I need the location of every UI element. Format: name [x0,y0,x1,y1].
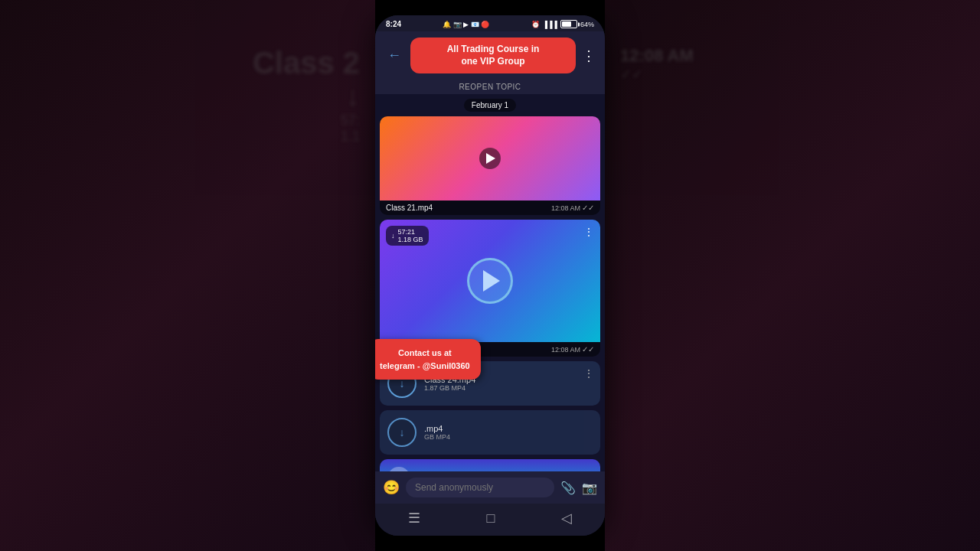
play-button-small[interactable] [479,148,501,169]
more-options-button[interactable]: ⋮ [582,47,596,64]
status-time: 8:24 [386,20,401,28]
video-thumbnail-1 [380,116,600,201]
date-label: February 1 [472,101,508,109]
bg-left-class-label: Class 2 [253,46,360,80]
file-meta-2: GB MP4 [424,433,593,441]
background-left: Class 2 ↓ 57: 1.1 [0,0,375,551]
read-check-2: ✓✓ [582,345,594,354]
video-time-1: 12:08 AM ✓✓ [551,204,594,212]
background-right: 12:08 AM ✓✓ [605,0,980,551]
more-options-video2[interactable]: ⋮ [583,226,594,238]
video-thumbnail-2: ↓ 57:21 1.18 GB ⋮ [380,220,600,342]
battery-percent: 64% [580,21,594,28]
status-bar: 8:24 🔔 📷 ▶ 📧 🔴 ⏰ ▐▐▐ 64% [375,15,605,31]
bg-right-check: ✓✓ [620,66,643,83]
alarm-icon: ⏰ [531,21,540,28]
notification-icons: 🔔 📷 ▶ 📧 🔴 [443,21,489,28]
home-nav-icon[interactable]: □ [487,510,495,527]
emoji-button[interactable]: 😊 [383,479,400,496]
download-icon-2: ↓ [400,426,405,439]
read-check-1: ✓✓ [582,204,594,212]
status-icons: 🔔 📷 ▶ 📧 🔴 [443,21,489,28]
reopen-label: REOPEN TOPIC [459,83,521,91]
camera-button[interactable]: 📷 [582,481,597,495]
download-info: 57:21 1.18 GB [398,228,423,243]
bg-right-time: 12:08 AM [620,46,694,66]
download-badge: ↓ 57:21 1.18 GB [386,226,429,246]
video-filename-1: Class 21.mp4 [386,204,433,212]
input-bar: 😊 📎 📷 [375,471,605,504]
contact-banner: Contact us at telegram - @Sunil0360 [375,339,481,380]
reopen-topic-bar[interactable]: REOPEN TOPIC [375,80,605,94]
bg-right-content: 12:08 AM ✓✓ [605,0,980,551]
video-footer-1: Class 21.mp4 12:08 AM ✓✓ [380,201,600,215]
download-arrow-icon: ↓ [391,232,395,240]
message-input[interactable] [406,478,554,497]
chat-header: ← All Trading Course in one VIP Group ⋮ [375,31,605,80]
bg-left-size2: 1.1 [341,129,360,145]
video-message-2[interactable]: ↓ 57:21 1.18 GB ⋮ Class 22.mp4 12:08 AM … [380,220,600,357]
play-button-large[interactable] [467,258,513,304]
chat-title-button[interactable]: All Trading Course in one VIP Group [410,37,576,73]
contact-line1: Contact us at [398,348,452,357]
status-right: ⏰ ▐▐▐ 64% [531,20,594,28]
back-nav-icon[interactable]: ◁ [561,510,572,527]
chat-title-line2: one VIP Group [461,56,524,67]
nav-bar: ☰ □ ◁ [375,504,605,536]
signal-icon: ▐▐▐ [543,21,557,28]
file-info-2: .mp4 GB MP4 [424,424,593,441]
back-button[interactable]: ← [384,46,404,65]
file-download-button-2[interactable]: ↓ [387,418,416,447]
bg-left-arrow-icon: ↓ [346,80,360,112]
menu-nav-icon[interactable]: ☰ [408,510,420,527]
file-message-2[interactable]: ↓ .mp4 GB MP4 [380,410,600,455]
video-time-2: 12:08 AM ✓✓ [551,345,594,354]
video-message-1[interactable]: Class 21.mp4 12:08 AM ✓✓ [380,116,600,215]
file-name-2: .mp4 [424,424,593,433]
bg-left-content: Class 2 ↓ 57: 1.1 [0,0,375,551]
play-triangle-large-icon [483,270,500,292]
date-bubble: February 1 [464,99,516,112]
play-triangle-icon [486,153,495,164]
time-label-1: 12:08 AM [551,204,580,212]
chat-title-line1: All Trading Course in [447,44,540,54]
battery-fill [562,21,571,27]
attach-button[interactable]: 📎 [560,481,576,495]
time-label-2: 12:08 AM [551,346,580,354]
bg-left-size: 57: [341,112,360,129]
phone-frame: 8:24 🔔 📷 ▶ 📧 🔴 ⏰ ▐▐▐ 64% ← All Trading C… [375,15,605,536]
file-more-options-1[interactable]: ⋮ [583,367,594,380]
chat-area: February 1 Class 21.mp4 12:08 AM ✓✓ ↓ [375,94,605,536]
file-meta-1: 1.87 GB MP4 [424,384,593,392]
contact-line2: telegram - @Sunil0360 [380,361,470,370]
battery-icon [560,20,577,28]
